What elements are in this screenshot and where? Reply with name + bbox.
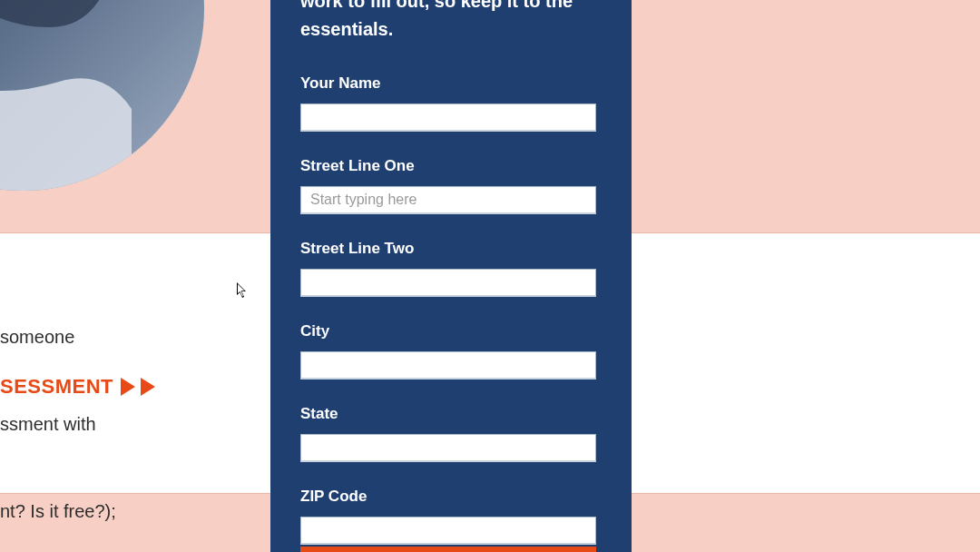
submit-button[interactable] <box>300 547 596 552</box>
field-street-two: Street Line Two <box>300 240 602 297</box>
triangle-right-icon <box>141 378 155 396</box>
field-zip: ZIP Code <box>300 488 602 545</box>
left-copy-fragment: someone ssment with nt? Is it free?); <box>0 264 236 552</box>
left-copy-line-2: ssment with <box>0 409 236 439</box>
label-state: State <box>300 405 602 423</box>
input-street-one[interactable] <box>300 186 596 214</box>
page-root: someone ssment with nt? Is it free?); SE… <box>0 0 980 552</box>
label-street-two: Street Line Two <box>300 240 602 258</box>
label-city: City <box>300 322 602 340</box>
field-city: City <box>300 322 602 380</box>
label-street-one: Street Line One <box>300 157 602 175</box>
field-name: Your Name <box>300 74 602 132</box>
input-street-two[interactable] <box>300 269 596 297</box>
label-name: Your Name <box>300 74 602 93</box>
form-intro-text: work to fill out, so keep it to the esse… <box>300 0 602 44</box>
left-copy-line-1: someone <box>0 322 236 351</box>
input-city[interactable] <box>300 351 596 380</box>
input-state[interactable] <box>300 434 596 462</box>
cta-label: SESSMENT <box>0 375 113 399</box>
input-name[interactable] <box>300 104 596 132</box>
cta-arrows <box>121 378 155 396</box>
label-zip: ZIP Code <box>300 488 602 506</box>
input-zip[interactable] <box>300 517 596 545</box>
field-state: State <box>300 405 602 462</box>
cta-link[interactable]: SESSMENT <box>0 375 155 399</box>
left-copy-line-3: nt? Is it free?); <box>0 497 236 526</box>
mouse-cursor-icon <box>237 282 248 299</box>
form-panel: work to fill out, so keep it to the esse… <box>270 0 632 552</box>
triangle-right-icon <box>121 378 135 396</box>
field-street-one: Street Line One <box>300 157 602 214</box>
